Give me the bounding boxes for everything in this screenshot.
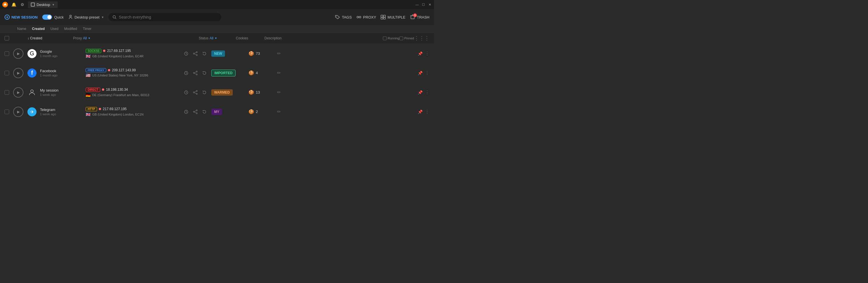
- desktop-tab[interactable]: Desktop ▼: [28, 1, 58, 8]
- more-options-button-google[interactable]: ⋮: [425, 51, 429, 56]
- refresh-profile-button-telegram[interactable]: [183, 108, 190, 115]
- location-google: GB (United Kingdom) London, EC4R: [92, 55, 144, 58]
- search-input[interactable]: [119, 15, 217, 20]
- rotate-button-telegram[interactable]: [201, 108, 208, 115]
- checkbox-all[interactable]: [5, 36, 9, 40]
- svg-line-21: [194, 52, 196, 54]
- refresh-profile-button-facebook[interactable]: [183, 70, 190, 76]
- svg-line-36: [194, 91, 196, 92]
- play-button-my-session[interactable]: ▶: [13, 87, 23, 98]
- rotate-button-facebook[interactable]: [201, 70, 208, 76]
- session-icon-telegram: ✈: [27, 107, 36, 116]
- trash-button[interactable]: 1 TRASH: [410, 14, 429, 20]
- status-badge-google[interactable]: NEW: [211, 50, 225, 57]
- svg-line-37: [194, 93, 196, 94]
- preset-button[interactable]: Desktop preset ▼: [68, 15, 104, 20]
- edit-description-button-facebook[interactable]: ✏: [277, 70, 281, 75]
- row-checkbox-telegram[interactable]: [5, 110, 9, 114]
- play-button-google[interactable]: ▶: [13, 48, 23, 59]
- cookie-count-my-session: 13: [256, 90, 260, 95]
- play-button-telegram[interactable]: ▶: [13, 107, 23, 117]
- row-actions-my-session: [183, 89, 211, 96]
- sort-tab-name[interactable]: Name: [17, 27, 26, 31]
- more-options-button-my-session[interactable]: ⋮: [425, 90, 429, 95]
- row-play-col: ▶: [13, 107, 27, 117]
- header-right-filters: Running Pinned ⋮⋮⋮: [407, 35, 429, 41]
- share-button-facebook[interactable]: [192, 70, 199, 76]
- svg-point-20: [196, 55, 197, 56]
- row-end-col-my-session: 📌 ⋮: [407, 90, 429, 95]
- sort-tab-timer[interactable]: Timer: [83, 27, 91, 31]
- svg-text:f: f: [31, 70, 33, 76]
- pin-button-telegram[interactable]: 📌: [418, 110, 423, 114]
- toolbar: + NEW SESSION Quick Desktop preset ▼ TAG…: [0, 9, 434, 25]
- pin-button-my-session[interactable]: 📌: [418, 90, 423, 95]
- new-session-button[interactable]: + NEW SESSION: [5, 14, 38, 20]
- tags-button[interactable]: TAGS: [335, 15, 351, 20]
- status-filter-chevron-icon[interactable]: ▼: [214, 37, 217, 40]
- status-badge-my-session[interactable]: WARMED: [211, 89, 233, 96]
- search-icon: [113, 15, 117, 19]
- pinned-filter[interactable]: Pinned: [399, 37, 414, 40]
- edit-description-button-google[interactable]: ✏: [277, 51, 281, 56]
- pin-button-facebook[interactable]: 📌: [418, 71, 423, 75]
- notification-bell-icon[interactable]: 🔔: [11, 2, 17, 7]
- edit-description-button-telegram[interactable]: ✏: [277, 109, 281, 114]
- running-checkbox[interactable]: [383, 37, 386, 40]
- sort-tab-used[interactable]: Used: [51, 27, 59, 31]
- svg-point-27: [196, 71, 197, 72]
- tab-icon: [31, 3, 35, 6]
- proxy-filter-chevron-icon[interactable]: ▼: [88, 37, 91, 40]
- quick-toggle-switch[interactable]: [42, 14, 52, 20]
- svg-rect-8: [381, 15, 383, 17]
- status-col-google: NEW: [211, 51, 248, 56]
- rotate-button-google[interactable]: [201, 50, 208, 57]
- refresh-profile-button-google[interactable]: [183, 50, 190, 57]
- more-options-button-facebook[interactable]: ⋮: [425, 70, 429, 76]
- header-created-col[interactable]: ↓ Created: [27, 36, 73, 40]
- edit-description-button-my-session[interactable]: ✏: [277, 90, 281, 95]
- cookie-icon-telegram: 🍪: [248, 109, 254, 114]
- pinned-checkbox[interactable]: [399, 37, 403, 40]
- share-button-google[interactable]: [192, 50, 199, 57]
- proxy-filter-all[interactable]: All: [83, 36, 87, 40]
- sort-tab-modified[interactable]: Modified: [64, 27, 77, 31]
- maximize-button[interactable]: ☐: [422, 3, 426, 6]
- play-button-facebook[interactable]: ▶: [13, 68, 23, 78]
- columns-icon[interactable]: ⋮⋮⋮: [414, 35, 429, 41]
- pin-button-google[interactable]: 📌: [418, 51, 423, 56]
- cookie-icon-my-session: 🍪: [248, 90, 254, 95]
- status-filter-all[interactable]: All: [210, 36, 213, 40]
- svg-point-26: [193, 72, 194, 74]
- status-badge-telegram[interactable]: MY: [211, 109, 222, 115]
- tab-chevron-icon[interactable]: ▼: [52, 3, 55, 6]
- svg-marker-0: [3, 3, 7, 5]
- running-filter[interactable]: Running: [383, 37, 399, 40]
- status-badge-facebook[interactable]: IMPORTED: [211, 70, 236, 76]
- row-checkbox-google[interactable]: [5, 51, 9, 56]
- share-button-my-session[interactable]: [192, 89, 199, 96]
- row-checkbox-facebook[interactable]: [5, 71, 9, 75]
- settings-gear-icon[interactable]: ⚙: [20, 2, 25, 7]
- session-icon-google: G: [27, 49, 36, 58]
- location-telegram: GB (United Kingdom) London, EC1N: [92, 113, 144, 116]
- close-button[interactable]: ✕: [428, 3, 432, 6]
- proxy-icon: [356, 15, 362, 20]
- ip-address-my-session: 18.198.130.34: [106, 87, 128, 92]
- preset-chevron-icon[interactable]: ▼: [101, 16, 104, 19]
- share-button-telegram[interactable]: [192, 108, 199, 115]
- svg-text:✈: ✈: [30, 110, 34, 114]
- minimize-button[interactable]: —: [415, 3, 419, 6]
- rotate-button-my-session[interactable]: [201, 89, 208, 96]
- refresh-profile-button-my-session[interactable]: [183, 89, 190, 96]
- more-options-button-telegram[interactable]: ⋮: [425, 109, 429, 114]
- header-proxy-col: Proxy All ▼: [73, 36, 170, 40]
- select-all-checkbox[interactable]: [5, 36, 13, 40]
- row-checkbox-my-session[interactable]: [5, 90, 9, 95]
- multiple-button[interactable]: MULTIPLE: [381, 15, 405, 20]
- ip-status-dot-facebook: [108, 69, 110, 71]
- svg-line-44: [194, 111, 196, 111]
- proxy-button[interactable]: PROXY: [356, 15, 376, 20]
- sort-tab-created[interactable]: Created: [32, 27, 45, 31]
- row-checkbox-col: [5, 90, 13, 95]
